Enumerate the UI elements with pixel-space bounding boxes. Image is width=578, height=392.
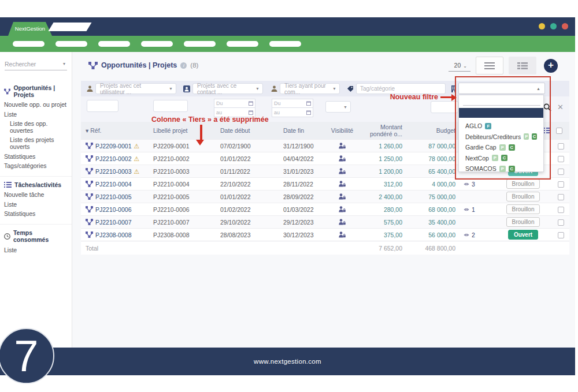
- row-checkbox[interactable]: [558, 156, 564, 162]
- project-ref-link[interactable]: PJ2210-0004: [95, 181, 131, 188]
- sidebar-item[interactable]: Liste des projets ouverts: [0, 135, 72, 151]
- row-checkbox[interactable]: [558, 143, 564, 150]
- grid-icon: [517, 62, 528, 69]
- menu-item-placeholder[interactable]: [184, 41, 216, 47]
- search-icon[interactable]: [543, 103, 551, 111]
- date-end-from-input[interactable]: [274, 100, 301, 106]
- visibility-filter-select[interactable]: ▼: [325, 101, 351, 113]
- dropdown-option[interactable]: SOMACOSPC: [465, 163, 537, 174]
- dropdown-selected-empty-option[interactable]: [459, 108, 543, 118]
- row-checkbox[interactable]: [558, 169, 564, 175]
- column-header[interactable]: ▾ Réf.: [81, 127, 146, 134]
- contact-filter-select[interactable]: Projets avec ce contact ...▼: [192, 83, 263, 94]
- dropdown-option[interactable]: Gardie CapPC: [465, 142, 537, 153]
- tiers-filter-select[interactable]: Tiers ayant pour com...▼: [280, 83, 340, 94]
- menu-item-placeholder[interactable]: [227, 41, 258, 47]
- dropdown-option[interactable]: NextCopPC: [465, 153, 537, 164]
- sidebar-section: Tâches/activitésNouvelle tâcheListeStati…: [0, 176, 72, 218]
- project-ref-link[interactable]: PJ2210-0006: [95, 206, 131, 213]
- new-filter-select[interactable]: ▲: [458, 83, 545, 94]
- yellow-dot[interactable]: [539, 23, 545, 29]
- project-ref-link[interactable]: PJ2308-0008: [95, 232, 131, 238]
- column-header-label: Réf.: [90, 127, 101, 134]
- row-checkbox[interactable]: [558, 207, 564, 213]
- clear-filters-icon[interactable]: ✕: [557, 103, 564, 111]
- project-ref-link[interactable]: PJ2210-0005: [95, 193, 131, 200]
- red-dot[interactable]: [562, 23, 568, 29]
- sidebar-section-title[interactable]: Opportunités | Projets: [0, 83, 72, 100]
- warning-icon: ⚠: [134, 143, 139, 149]
- sidebar-item[interactable]: Liste: [0, 245, 72, 254]
- menu-item-placeholder[interactable]: [13, 41, 45, 47]
- type-badge-p: P: [499, 144, 506, 151]
- sidebar-item[interactable]: Liste des opp. ouvertes: [0, 119, 72, 135]
- column-header[interactable]: Visibilité: [322, 127, 362, 134]
- sidebar: Rechercher ▾ Opportunités | ProjetsNouve…: [0, 52, 72, 348]
- green-dot[interactable]: [550, 23, 557, 29]
- list-view-button[interactable]: [476, 57, 503, 74]
- project-ref-link[interactable]: PJ2210-0007: [95, 219, 131, 226]
- sort-desc-icon[interactable]: ▾: [86, 127, 90, 134]
- sidebar-item[interactable]: Nouvelle opp. ou projet: [0, 100, 72, 109]
- project-ref-link[interactable]: PJ2209-0001: [95, 143, 131, 150]
- menu-item-placeholder[interactable]: [141, 41, 173, 47]
- project-ref-link[interactable]: PJ2210-0002: [95, 155, 131, 162]
- sidebar-item[interactable]: Liste: [0, 109, 72, 118]
- date-start-to-input[interactable]: [216, 110, 243, 115]
- annotation-column-removed: Colonne « Tiers » a été supprimée: [151, 115, 269, 124]
- column-header[interactable]: Date fin: [267, 127, 322, 134]
- dropdown-option[interactable]: Debiteurs/CrediteursPC: [465, 132, 537, 143]
- row-checkbox[interactable]: [558, 194, 564, 200]
- column-header[interactable]: Libellé projet: [146, 127, 206, 134]
- ref-filter-input[interactable]: [87, 100, 118, 112]
- sidebar-section-title[interactable]: Tâches/activités: [0, 180, 72, 190]
- sidebar-section-title[interactable]: Temps consommés: [0, 228, 72, 245]
- calendar-icon[interactable]: [249, 110, 253, 115]
- new-filter-dropdown-panel: AGLOFDebiteurs/CrediteursPCGardie CapPCN…: [458, 95, 544, 172]
- page-number-circle: 7: [0, 328, 54, 384]
- budget-amount: 87 000,00: [412, 143, 464, 150]
- calendar-icon[interactable]: [306, 101, 311, 106]
- sidebar-item[interactable]: Statistiques: [0, 152, 72, 161]
- calendar-icon[interactable]: [249, 101, 253, 106]
- column-header[interactable]: Date début: [206, 127, 267, 134]
- date-start: 01/02/2022: [206, 206, 267, 213]
- date-start-from-input[interactable]: [216, 100, 243, 106]
- project-label: PJ2210-0007: [146, 219, 206, 226]
- sidebar-item[interactable]: Statistiques: [0, 209, 72, 218]
- column-header[interactable]: Budget: [412, 127, 464, 134]
- projects-icon: [86, 219, 93, 225]
- sidebar-item[interactable]: Tags/catégories: [0, 161, 72, 170]
- menu-item-placeholder[interactable]: [98, 41, 130, 47]
- dropdown-search-input[interactable]: [463, 98, 540, 106]
- add-record-button[interactable]: +: [544, 59, 558, 73]
- ref-cell: PJ2210-0002⚠: [81, 155, 146, 162]
- date-end-to-input[interactable]: [274, 110, 301, 115]
- row-checkbox[interactable]: [558, 181, 564, 188]
- menu-item-placeholder[interactable]: [55, 41, 87, 47]
- clock-icon: [4, 233, 10, 240]
- sidebar-search-select[interactable]: Rechercher ▾: [5, 58, 67, 70]
- select-all-checkbox[interactable]: [556, 128, 562, 134]
- budget-amount: 78 000,00: [412, 155, 464, 162]
- info-icon[interactable]: i: [180, 62, 187, 69]
- sidebar-item[interactable]: Nouvelle tâche: [0, 190, 72, 199]
- views-cell: 3: [464, 181, 494, 188]
- page-size-select[interactable]: 20⌄: [449, 60, 470, 72]
- row-checkbox[interactable]: [558, 219, 564, 226]
- menu-item-placeholder[interactable]: [269, 41, 301, 47]
- grid-view-button[interactable]: [509, 57, 536, 74]
- sidebar-item[interactable]: Liste: [0, 200, 72, 209]
- weighted-amount: 2 400,00: [362, 193, 412, 200]
- projects-icon: [86, 168, 93, 174]
- dropdown-option-label: SOMACOS: [465, 165, 497, 172]
- project-ref-link[interactable]: PJ2210-0003: [95, 168, 131, 175]
- label-filter-input[interactable]: [153, 100, 188, 112]
- dropdown-option[interactable]: AGLOF: [465, 121, 537, 132]
- row-checkbox[interactable]: [558, 232, 564, 238]
- calendar-icon[interactable]: [306, 110, 311, 115]
- hidden-column-filter-input[interactable]: [431, 101, 458, 113]
- column-header[interactable]: Montant pondéré o...: [362, 124, 412, 137]
- tasks-icon: [4, 181, 12, 188]
- user-filter-select[interactable]: Projets avec cet utilisateur ...▼: [95, 83, 176, 94]
